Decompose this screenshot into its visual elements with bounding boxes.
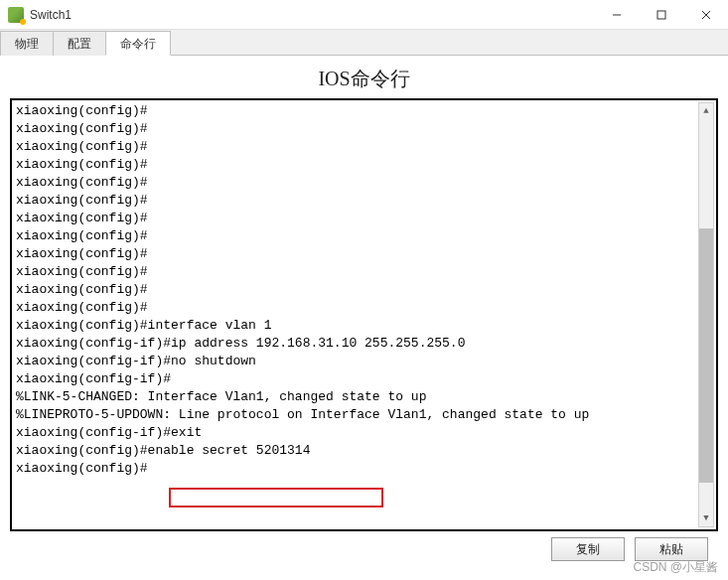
terminal-line: xiaoxing(config)# xyxy=(16,299,712,317)
watermark: CSDN @小星酱 xyxy=(633,559,718,576)
window-controls xyxy=(594,0,728,29)
app-icon xyxy=(8,7,24,23)
maximize-button[interactable] xyxy=(639,0,683,30)
terminal-line: xiaoxing(config-if)#no shutdown xyxy=(16,353,712,370)
terminal-line: xiaoxing(config)# xyxy=(16,192,712,210)
window-title-bar: Switch1 xyxy=(0,0,728,30)
copy-button[interactable]: 复制 xyxy=(551,537,625,561)
terminal-title: IOS命令行 xyxy=(10,62,718,98)
minimize-button[interactable] xyxy=(594,0,639,30)
svg-rect-1 xyxy=(657,11,665,19)
tabs-row: 物理 配置 命令行 xyxy=(0,30,728,56)
terminal-output[interactable]: xiaoxing(config)#xiaoxing(config)#xiaoxi… xyxy=(12,100,716,529)
terminal-box: xiaoxing(config)#xiaoxing(config)#xiaoxi… xyxy=(10,98,718,531)
title-left: Switch1 xyxy=(8,7,72,23)
tab-cli[interactable]: 命令行 xyxy=(105,31,171,56)
terminal-line: xiaoxing(config)# xyxy=(16,245,712,263)
terminal-line: xiaoxing(config)# xyxy=(16,156,712,174)
terminal-line: %LINEPROTO-5-UPDOWN: Line protocol on In… xyxy=(16,406,712,424)
scroll-thumb[interactable] xyxy=(699,228,713,483)
terminal-line: xiaoxing(config)# xyxy=(16,138,712,156)
terminal-line: xiaoxing(config)# xyxy=(16,460,712,478)
scroll-up-button[interactable]: ▲ xyxy=(699,103,713,119)
terminal-line: xiaoxing(config)#interface vlan 1 xyxy=(16,317,712,335)
terminal-line: xiaoxing(config)# xyxy=(16,263,712,281)
terminal-scrollbar[interactable]: ▲ ▼ xyxy=(698,102,714,527)
tab-config[interactable]: 配置 xyxy=(53,31,106,56)
terminal-line: xiaoxing(config)# xyxy=(16,281,712,299)
window-title: Switch1 xyxy=(30,8,72,22)
terminal-line: xiaoxing(config-if)# xyxy=(16,370,712,388)
bottom-button-row: 复制 粘贴 xyxy=(10,531,718,561)
terminal-line: xiaoxing(config)# xyxy=(16,227,712,245)
tab-physical[interactable]: 物理 xyxy=(0,31,54,56)
terminal-line: xiaoxing(config)# xyxy=(16,120,712,138)
close-button[interactable] xyxy=(683,0,728,30)
terminal-line: xiaoxing(config)#enable secret 5201314 xyxy=(16,442,712,460)
terminal-line: %LINK-5-CHANGED: Interface Vlan1, change… xyxy=(16,388,712,406)
terminal-line: xiaoxing(config)# xyxy=(16,210,712,227)
content-area: IOS命令行 xiaoxing(config)#xiaoxing(config)… xyxy=(0,56,728,569)
terminal-line: xiaoxing(config)# xyxy=(16,174,712,192)
terminal-line: xiaoxing(config-if)#ip address 192.168.3… xyxy=(16,335,712,353)
terminal-line: xiaoxing(config)# xyxy=(16,102,712,120)
scroll-down-button[interactable]: ▼ xyxy=(699,510,713,526)
terminal-line: xiaoxing(config-if)#exit xyxy=(16,424,712,442)
paste-button[interactable]: 粘贴 xyxy=(635,537,708,561)
